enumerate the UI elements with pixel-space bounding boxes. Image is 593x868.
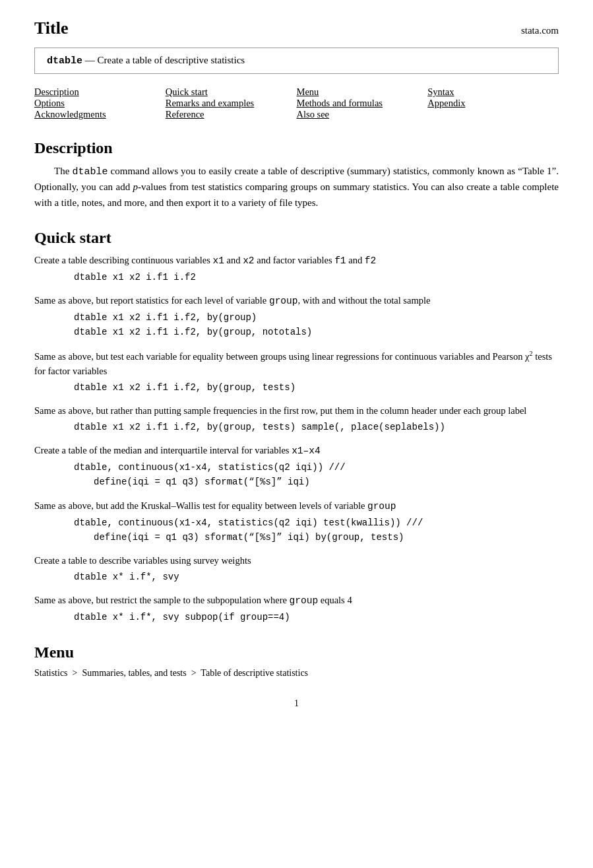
qs-code-7: dtable x* i.f*, svy [74,570,559,584]
qs-code-2a: dtable x1 x2 i.f1 i.f2, by(group) [74,310,559,325]
qs-code-4: dtable x1 x2 i.f1 i.f2, by(group, tests)… [74,420,559,434]
quickstart-heading: Quick start [34,229,559,247]
nav-alsosee[interactable]: Also see [297,109,330,119]
page-number: 1 [294,698,299,708]
dtable-inline: dtable [72,166,108,178]
nav-remarks[interactable]: Remarks and examples [166,98,255,108]
qs-code-5b: define(iqi = q1 q3) sformat(“[%s]” iqi) [94,475,559,489]
qs-desc-4: Same as above, but rather than putting s… [34,404,559,418]
qs-item-1: Create a table describing continuous var… [34,253,559,284]
command-name: dtable [47,55,82,67]
qs-item-3: Same as above, but test each variable fo… [34,349,559,395]
qs-code-5a: dtable, continuous(x1-x4, statistics(q2 … [74,460,559,475]
qs-code-6a: dtable, continuous(x1-x4, statistics(q2 … [74,516,559,530]
page-footer: 1 [34,698,559,709]
title-box: dtable — Create a table of descriptive s… [34,48,559,74]
menu-heading: Menu [34,644,559,661]
page-header: Title stata.com [34,18,559,38]
qs-item-7: Create a table to describe variables usi… [34,554,559,584]
qs-item-6: Same as above, but add the Kruskal–Walli… [34,499,559,545]
nav-reference[interactable]: Reference [166,109,204,119]
page-title: Title [34,18,69,38]
nav-description[interactable]: Description [34,86,79,97]
qs-desc-3: Same as above, but test each variable fo… [34,349,559,378]
nav-acknowledgments[interactable]: Acknowledgments [34,109,106,119]
qs-code-3: dtable x1 x2 i.f1 i.f2, by(group, tests) [74,380,559,395]
qs-desc-5: Create a table of the median and interqu… [34,444,559,459]
qs-desc-2: Same as above, but report statistics for… [34,294,559,309]
qs-code-6b: define(iqi = q1 q3) sformat(“[%s]” iqi) … [94,530,559,545]
qs-desc-8: Same as above, but restrict the sample t… [34,593,559,609]
qs-item-8: Same as above, but restrict the sample t… [34,593,559,624]
qs-desc-7: Create a table to describe variables usi… [34,554,559,568]
stata-logo: stata.com [521,25,559,36]
title-separator: — [85,55,98,65]
nav-appendix[interactable]: Appendix [427,98,465,108]
qs-code-1: dtable x1 x2 i.f1 i.f2 [74,270,559,284]
qs-item-4: Same as above, but rather than putting s… [34,404,559,434]
menu-path: Statistics > Summaries, tables, and test… [34,668,559,679]
title-description: Create a table of descriptive statistics [98,55,245,65]
qs-code-8: dtable x* i.f*, svy subpop(if group==4) [74,610,559,624]
description-heading: Description [34,139,559,157]
qs-code-2b: dtable x1 x2 i.f1 i.f2, by(group, notota… [74,325,559,339]
nav-methods[interactable]: Methods and formulas [297,98,383,108]
nav-table: Description Options Acknowledgments Quic… [34,86,559,121]
description-para: The dtable command allows you to easily … [34,164,559,211]
nav-syntax[interactable]: Syntax [427,86,454,97]
qs-item-2: Same as above, but report statistics for… [34,294,559,340]
qs-desc-1: Create a table describing continuous var… [34,253,559,269]
nav-menu[interactable]: Menu [297,86,319,97]
nav-quickstart[interactable]: Quick start [166,86,208,97]
qs-item-5: Create a table of the median and interqu… [34,444,559,490]
nav-options[interactable]: Options [34,98,65,108]
qs-desc-6: Same as above, but add the Kruskal–Walli… [34,499,559,514]
